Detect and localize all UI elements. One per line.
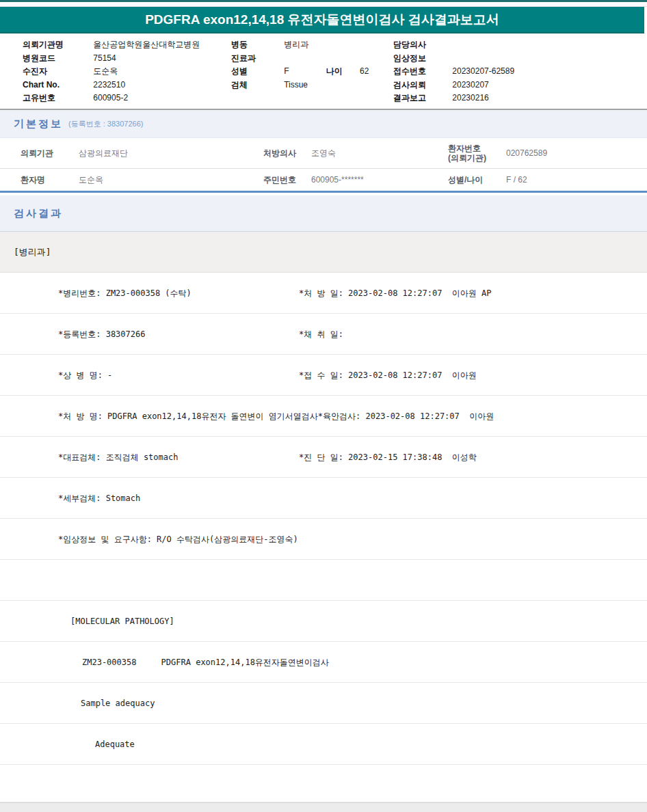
field-label: 수진자 — [23, 65, 91, 79]
cell-label-prescribing-doctor: 처방의사 — [263, 148, 296, 159]
result-row: *처 방 명: PDGFRA exon12,14,18유전자 돌연변이 염기서열… — [0, 396, 647, 437]
field-label: 임상정보 — [393, 52, 450, 66]
field-value: 도순옥 — [93, 66, 118, 76]
result-row: Sample adequacy — [0, 683, 647, 724]
field-examinee: 수진자 도순옥 — [23, 65, 200, 79]
result-molecular-pathology-header: [MOLECULAR PATHOLOGY] — [70, 617, 174, 626]
test-results-title: 검사결과 — [14, 207, 63, 220]
field-hospital-code: 병원코드 75154 — [23, 52, 200, 66]
result-sample-adequacy-label: Sample adequacy — [81, 699, 155, 708]
field-value: 20230207-62589 — [452, 66, 514, 76]
result-representative-specimen: *대표검체: 조직검체 stomach — [58, 451, 178, 463]
field-value: F — [284, 65, 324, 79]
field-specimen: 검체 Tissue — [231, 79, 369, 92]
result-pathology-no: *병리번호: ZM23-000358 (수탁) — [58, 287, 192, 299]
field-label: 고유번호 — [23, 92, 91, 105]
cell-value-requesting-org: 삼광의료재단 — [79, 148, 128, 159]
result-row-empty — [0, 765, 647, 802]
field-value: 20230216 — [452, 93, 488, 103]
patient-header-right-column: 담당의사 임상정보 접수번호 20230207-62589 검사의뢰 20230… — [393, 38, 514, 105]
result-registration-no: *등록번호: 38307266 — [58, 328, 145, 340]
field-label: 병원코드 — [23, 52, 91, 66]
field-label: 결과보고 — [393, 92, 450, 105]
cell-value-sex-age: F / 62 — [506, 175, 527, 185]
patient-header-middle-column: 병동 병리과 진료과 성별 F 나이 62 검체 Tissue — [231, 38, 369, 92]
result-row-empty — [0, 560, 647, 601]
field-chart-no: Chart No. 2232510 — [23, 79, 200, 92]
field-label: 검체 — [231, 79, 282, 92]
patient-header: 의뢰기관명 울산공업학원울산대학교병원 병원코드 75154 수진자 도순옥 C… — [0, 33, 647, 109]
result-prescription-name: *처 방 명: PDGFRA exon12,14,18유전자 돌연변이 염기서열… — [58, 410, 494, 422]
cell-value-patient-name: 도순옥 — [79, 174, 103, 186]
result-row: [MOLECULAR PATHOLOGY] — [0, 601, 647, 642]
cell-label-resident-no: 주민번호 — [263, 174, 296, 186]
field-doctor-in-charge: 담당의사 — [393, 38, 514, 52]
result-clinical-info-request: *임상정보 및 요구사항: R/O 수탁검사(삼광의료재단-조영숙) — [58, 533, 298, 545]
field-sex-age: 성별 F 나이 62 — [231, 65, 369, 79]
field-ward: 병동 병리과 — [231, 38, 369, 52]
department-label: [병리과] — [14, 246, 51, 258]
field-label: 성별 — [231, 65, 282, 79]
cell-label-patient-name: 환자명 — [21, 174, 45, 186]
result-diagnosis-date: *진 단 일: 2023-02-15 17:38:48 이성학 — [299, 451, 477, 463]
basic-info-table: 의뢰기관 삼광의료재단 처방의사 조영숙 환자번호(의뢰기관) 02076258… — [0, 138, 647, 193]
result-sample-adequacy-value: Adequate — [95, 740, 135, 749]
cell-value-patient-no: 020762589 — [506, 148, 547, 158]
result-collection-date: *채 취 일: — [299, 328, 343, 340]
field-receipt-no: 접수번호 20230207-62589 — [393, 65, 514, 79]
test-results-section-header: 검사결과 — [0, 195, 647, 232]
field-label: Chart No. — [23, 79, 91, 92]
cell-label-line1: 환자번호 — [448, 144, 481, 153]
field-label: 접수번호 — [393, 65, 450, 79]
result-row: *대표검체: 조직검체 stomach *진 단 일: 2023-02-15 1… — [0, 437, 647, 478]
result-test-name-line: ZM23-000358 PDGFRA exon12,14,18유전자돌연변이검사 — [82, 656, 329, 668]
field-value: 75154 — [93, 53, 116, 63]
result-row: ZM23-000358 PDGFRA exon12,14,18유전자돌연변이검사 — [0, 642, 647, 683]
report-title-band: PDGFRA exon12,14,18 유전자돌연변이검사 검사결과보고서 — [0, 7, 644, 33]
top-gap — [0, 2, 647, 7]
department-band: [병리과] — [0, 232, 647, 273]
table-row: 환자명 도순옥 주민번호 600905-******* 성별/나이 F / 62 — [0, 169, 647, 191]
basic-info-title: 기본정보 — [14, 118, 63, 131]
field-value: Tissue — [284, 80, 308, 90]
field-value: 울산공업학원울산대학교병원 — [93, 40, 200, 49]
result-row: Adequate — [0, 724, 647, 765]
cell-value-prescribing-doctor: 조영숙 — [311, 148, 336, 159]
cell-label-sex-age: 성별/나이 — [448, 174, 483, 186]
field-label: 병동 — [231, 38, 282, 52]
field-label: 검사의뢰 — [393, 79, 450, 92]
field-value: 600905-2 — [93, 93, 128, 103]
cell-label-line2: (의뢰기관) — [448, 153, 486, 163]
field-value: 2232510 — [93, 80, 125, 90]
field-value: 20230207 — [452, 80, 488, 90]
result-receipt-date: *접 수 일: 2023-02-08 12:27:07 이아원 — [299, 369, 477, 381]
field-result-report-date: 결과보고 20230216 — [393, 92, 514, 105]
field-label: 담당의사 — [393, 38, 450, 52]
field-unique-no: 고유번호 600905-2 — [23, 92, 200, 105]
result-row: *병리번호: ZM23-000358 (수탁) *처 방 일: 2023-02-… — [0, 273, 647, 314]
field-clinical-info: 임상정보 — [393, 52, 514, 66]
cell-value-resident-no: 600905-******* — [311, 175, 364, 185]
result-prescription-date: *처 방 일: 2023-02-08 12:27:07 이아원 AP — [299, 287, 492, 299]
field-label: 의뢰기관명 — [23, 38, 91, 52]
field-value-age: 62 — [360, 66, 369, 76]
cell-label-patient-no: 환자번호(의뢰기관) — [448, 144, 486, 163]
result-row: *상 병 명: - *접 수 일: 2023-02-08 12:27:07 이아… — [0, 355, 647, 396]
field-value: 병리과 — [284, 40, 308, 49]
field-test-request-date: 검사의뢰 20230207 — [393, 79, 514, 92]
result-row: *임상정보 및 요구사항: R/O 수탁검사(삼광의료재단-조영숙) — [0, 519, 647, 560]
field-label-age: 나이 — [326, 65, 358, 79]
result-row: *세부검체: Stomach — [0, 478, 647, 519]
field-requesting-org: 의뢰기관명 울산공업학원울산대학교병원 — [23, 38, 200, 52]
field-department: 진료과 — [231, 52, 369, 66]
cell-label-requesting-org: 의뢰기관 — [21, 148, 53, 159]
field-label: 진료과 — [231, 52, 282, 66]
result-diagnosis-name: *상 병 명: - — [58, 369, 112, 381]
table-row: 의뢰기관 삼광의료재단 처방의사 조영숙 환자번호(의뢰기관) 02076258… — [0, 138, 647, 169]
report-title: PDGFRA exon12,14,18 유전자돌연변이검사 검사결과보고서 — [145, 11, 499, 29]
footer-band — [0, 802, 647, 812]
result-row: *등록번호: 38307266 *채 취 일: — [0, 314, 647, 355]
basic-info-section-header: 기본정보 (등록번호 : 38307266) — [0, 109, 647, 138]
result-detail-specimen: *세부검체: Stomach — [58, 492, 140, 504]
basic-info-registration-no: (등록번호 : 38307266) — [68, 119, 143, 129]
